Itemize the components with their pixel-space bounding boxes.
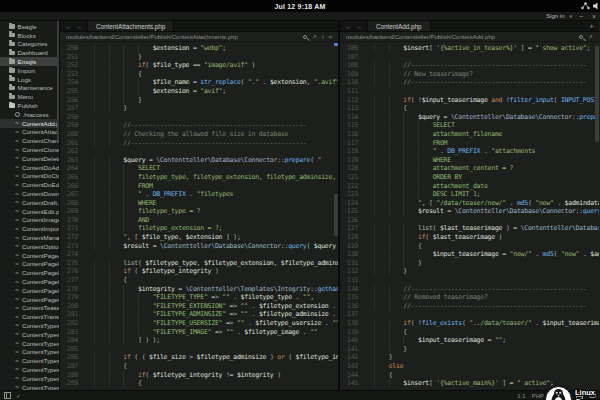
line-number: 259	[60, 121, 84, 130]
tab-contentadd[interactable]: ContentAdd.php	[367, 21, 431, 31]
cursor-position[interactable]: 1:1	[517, 393, 525, 399]
tree-item[interactable]: ~ContentImageI	[0, 216, 59, 225]
tree-item[interactable]: ~ContentDoEdit	[0, 180, 59, 189]
tree-item-label: ContentTypesE	[22, 348, 59, 355]
tree-item[interactable]: ~ContentTypesC	[0, 321, 59, 330]
code-text: //--------------------------------------…	[364, 285, 599, 294]
code-text: if( !$input_teaserimage and !filter_inpu…	[364, 96, 599, 105]
tree-item[interactable]: ~ContentTypesF	[0, 365, 59, 374]
code-text: ", [ $file_type, $extension ] );	[84, 233, 338, 242]
tree-item[interactable]: ~ContentPageDe	[0, 260, 59, 269]
tree-item[interactable]: ~ContentDoAdd	[0, 163, 59, 172]
tree-item[interactable]: ~ContentDownlo	[0, 189, 59, 198]
diagnostics-check-icon[interactable]: ✓	[16, 392, 21, 399]
line-number: 107	[340, 53, 364, 62]
tree-item[interactable]: ~ContentTransla	[0, 312, 59, 321]
tree-item[interactable]: ~ContentTypesD	[0, 339, 59, 348]
scrollbar-thumb-left[interactable]	[334, 194, 338, 236]
nav-back-icon[interactable]: ←	[345, 23, 352, 30]
search-icon[interactable]	[303, 35, 307, 39]
tree-item[interactable]: ~ContentTypesD	[0, 330, 59, 339]
sidebar-scrollbar[interactable]	[57, 21, 59, 141]
line-number: 121	[340, 173, 364, 182]
tree-item-label: Dashboard	[18, 49, 48, 56]
tree-item[interactable]: ~ContentAttach	[0, 128, 59, 137]
language-selector[interactable]: PHP	[532, 393, 544, 399]
tree-item-label: ContentTypesC	[22, 322, 59, 329]
tree-item[interactable]: ~ContentManag	[0, 233, 59, 242]
nav-forward-icon[interactable]: →	[76, 23, 83, 30]
folder-open-icon	[9, 103, 15, 108]
system-tray[interactable]	[581, 2, 598, 10]
tree-item[interactable]: ~ContentPageOr	[0, 295, 59, 304]
tree-item[interactable]: Publish	[0, 101, 59, 110]
tree-item[interactable]: Menu	[0, 92, 59, 101]
code-line: 138 if( !file_exists( "../data/teaser/" …	[340, 319, 599, 328]
go-to-icon[interactable]: ↗	[588, 34, 593, 40]
breadcrumb[interactable]: modules/backend/Contentteller/Publish/Co…	[66, 34, 238, 40]
tree-item[interactable]: ~ContentPageEd	[0, 286, 59, 295]
new-tab-button[interactable]: +	[584, 21, 599, 31]
tree-item[interactable]: ~ContentDraft.p	[0, 198, 59, 207]
tree-item[interactable]: ~ContentImport	[0, 224, 59, 233]
tree-item[interactable]: ~ContentDoClon	[0, 172, 59, 181]
nav-back-icon[interactable]: ←	[65, 23, 72, 30]
code-line: 137	[340, 310, 599, 319]
nav-forward-icon[interactable]: →	[356, 23, 363, 30]
line-number: 136	[340, 302, 364, 311]
tree-item[interactable]: ~ContentOption	[0, 242, 59, 251]
cursor-icon[interactable]: I	[322, 34, 324, 40]
folder-icon	[9, 24, 15, 29]
tree-item[interactable]: ~ContentTypesF	[0, 374, 59, 383]
regex-icon[interactable]: ≈	[329, 34, 332, 40]
code-line: 287 {	[60, 362, 338, 371]
tree-item[interactable]: Categories	[0, 40, 59, 49]
tree-item[interactable]: ~ContentPageDo	[0, 277, 59, 286]
tree-item[interactable]: Logs	[0, 75, 59, 84]
tree-item[interactable]: ~ContentPageDo	[0, 268, 59, 277]
code-text: attachment_filename	[364, 130, 599, 139]
tree-item[interactable]: Dashboard	[0, 48, 59, 57]
code-editor-left[interactable]: 250 $extension = "webp";251 }252 if( $fi…	[60, 42, 338, 390]
tree-item[interactable]: Import	[0, 66, 59, 75]
code-line: 253 {	[60, 70, 338, 79]
code-editor-right[interactable]: 106 $insert[ '{%active_in_teaser%}' ] = …	[340, 42, 599, 390]
tree-item[interactable]: ~ContentTypesF	[0, 356, 59, 365]
tree-item[interactable]: ~ContentChange	[0, 136, 59, 145]
tree-item[interactable]: .htaccess	[0, 110, 59, 119]
line-number: 254	[60, 78, 84, 87]
tree-item[interactable]: ~ContentDelete	[0, 154, 59, 163]
code-line: 251 }	[60, 53, 338, 62]
tab-contentattachments[interactable]: ContentAttachments.php	[87, 21, 174, 31]
tree-item[interactable]: ~ContentEdit.ph	[0, 207, 59, 216]
tree-item[interactable]: ~ContentPageAd	[0, 251, 59, 260]
code-line: 131 }	[340, 259, 599, 268]
code-line: 110 //----------------------------------…	[340, 78, 599, 87]
minimize-button[interactable]: −	[577, 13, 585, 20]
tree-item[interactable]: Blocks	[0, 31, 59, 40]
line-number: 250	[60, 44, 84, 53]
tree-item[interactable]: ~ContentTeaser	[0, 304, 59, 313]
project-panel[interactable]: BeagleBlocksCategoriesDashboardEmojisImp…	[0, 21, 60, 390]
php-file-icon: ~	[15, 139, 19, 143]
breadcrumb[interactable]: modules/backend/Contentteller/Publish/Co…	[346, 34, 495, 40]
project-panel-icon[interactable]	[4, 392, 11, 399]
tree-item[interactable]: ~ContentTypesE	[0, 347, 59, 356]
code-text: if( $file_type == "image/avif" )	[84, 61, 338, 70]
sign-in-button[interactable]: Sign in	[546, 13, 564, 19]
chevron-down-icon[interactable]: ▾	[569, 14, 572, 19]
scrollbar-thumb-right[interactable]	[595, 46, 599, 142]
tree-item[interactable]: ~ContentAdd.ph	[0, 119, 59, 128]
line-number: 266	[60, 182, 84, 191]
search-icon[interactable]	[579, 35, 583, 39]
go-to-icon[interactable]: ↗	[312, 34, 317, 40]
close-button[interactable]: ×	[590, 13, 598, 20]
tree-item[interactable]: Beagle	[0, 22, 59, 31]
tree-item-label: Maintenance	[18, 84, 53, 91]
line-number: 114	[340, 113, 364, 122]
tree-item[interactable]: Maintenance	[0, 84, 59, 93]
clock[interactable]: Jul 12 9:18 AM	[274, 3, 325, 10]
tree-item[interactable]: ~ContentTypesF	[0, 383, 59, 390]
tree-item[interactable]: ~ContentClone.p	[0, 145, 59, 154]
tree-item[interactable]: Emojis	[0, 57, 59, 66]
